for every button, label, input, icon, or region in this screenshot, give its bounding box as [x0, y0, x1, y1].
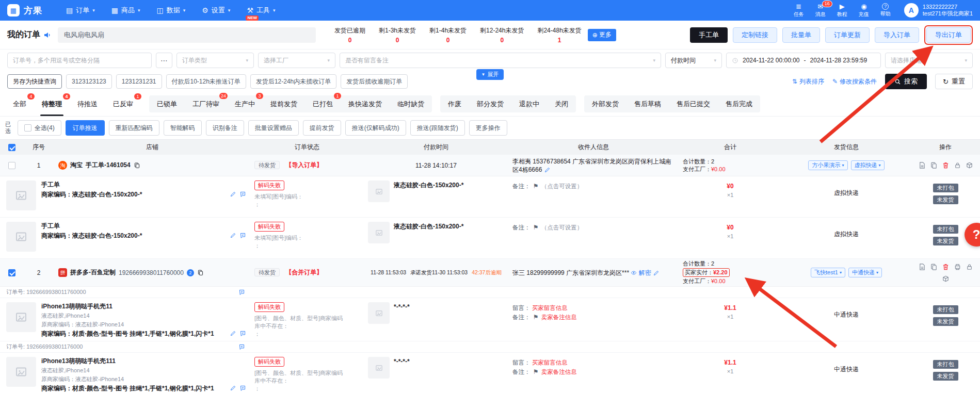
- select-all-checkbox[interactable]: [24, 124, 31, 132]
- date-range-input[interactable]: 2024-11-22 00:00:00 - 2024-11-28 23:59:5…: [726, 53, 881, 68]
- tab-partial-ship[interactable]: 部分发货: [469, 95, 511, 113]
- export-orders-button[interactable]: 导出订单: [926, 27, 971, 43]
- manual-order-button[interactable]: 手工单: [690, 27, 728, 43]
- note-line[interactable]: 备注： ⚑ 卖家备注信息: [512, 367, 674, 376]
- more-actions-button[interactable]: 更多操作: [469, 120, 507, 136]
- chat-icon[interactable]: [239, 330, 246, 337]
- row-checkbox[interactable]: [8, 269, 15, 276]
- stat-24-48h[interactable]: 剩24-48h未发货 1: [537, 26, 581, 44]
- product-image[interactable]: [6, 357, 36, 387]
- tab-to-push[interactable]: 待推送: [70, 92, 105, 116]
- chat-icon[interactable]: [239, 191, 246, 198]
- tab-packed[interactable]: 已打包 1: [305, 95, 341, 113]
- chat-icon[interactable]: [239, 232, 246, 239]
- batch-order-button[interactable]: 批量单: [782, 27, 820, 43]
- copy-order-icon[interactable]: [930, 263, 938, 271]
- select-all-button[interactable]: 全选(4): [18, 120, 61, 136]
- tab-to-organize[interactable]: 待整理 4: [34, 92, 70, 116]
- express-select[interactable]: 中通快递 ▾: [848, 268, 882, 277]
- lock-icon[interactable]: [966, 263, 973, 271]
- nav-menu-settings[interactable]: ⚙ 设置 ▾: [194, 0, 238, 21]
- stat-12-24h[interactable]: 剩12-24h未发货 0: [480, 26, 524, 44]
- order-no-input[interactable]: [7, 53, 152, 68]
- recognize-note-button[interactable]: 识别备注: [206, 120, 244, 136]
- nav-menu-tools[interactable]: ⚒ 工具 ▾ NEW: [238, 0, 283, 21]
- edit-pencil-icon[interactable]: [544, 167, 551, 173]
- delete-icon[interactable]: [942, 263, 950, 271]
- note-line[interactable]: 备注： ⚑ 卖家备注信息: [512, 313, 674, 322]
- note-filter-select[interactable]: 是否有留言备注 ▾: [340, 53, 661, 68]
- pay-time-select[interactable]: 付款时间 ▾: [665, 53, 722, 68]
- list-sort-link[interactable]: ⇅ 列表排序: [792, 77, 824, 86]
- product-image[interactable]: [6, 180, 36, 210]
- package-icon[interactable]: [942, 275, 950, 283]
- factory-select[interactable]: 选择工厂 ▾: [258, 53, 335, 68]
- tab-external-ship[interactable]: 外部发货: [584, 95, 626, 113]
- row-checkbox[interactable]: [8, 162, 15, 169]
- tab-locked[interactable]: 已锁单: [149, 95, 185, 113]
- edit-pencil-icon[interactable]: [230, 330, 236, 337]
- batch-gift-button[interactable]: 批量设置赠品: [248, 120, 299, 136]
- more-stats-button[interactable]: ⊕ 更多: [588, 29, 616, 41]
- print-icon[interactable]: [954, 263, 961, 271]
- push-decoded-button[interactable]: 推送(仅解码成功): [345, 120, 406, 136]
- help-button[interactable]: ? 帮助: [880, 3, 891, 18]
- order-type-select[interactable]: 订单类型 ▾: [176, 53, 254, 68]
- tab-aftersale-done[interactable]: 售后完成: [718, 95, 760, 113]
- tasks-button[interactable]: ≣ 任务: [794, 3, 804, 18]
- invoice-icon[interactable]: [918, 161, 926, 169]
- copy-order-icon[interactable]: [930, 161, 938, 169]
- sku-image[interactable]: [368, 222, 390, 243]
- express-select[interactable]: 虚拟快递 ▾: [851, 160, 885, 170]
- copy-icon[interactable]: [197, 269, 204, 276]
- early-ship-button[interactable]: 提前发货: [303, 120, 341, 136]
- header-select-all-checkbox[interactable]: [8, 144, 15, 151]
- announcement-input[interactable]: [58, 27, 316, 43]
- sku-image[interactable]: [368, 180, 390, 202]
- stat-1-3h[interactable]: 剩1-3h未发货 0: [379, 26, 416, 44]
- invoice-icon[interactable]: [918, 263, 926, 271]
- stat-overdue[interactable]: 发货已逾期 0: [334, 26, 365, 44]
- tab-voided[interactable]: 作废: [440, 95, 469, 113]
- tab-early-ship[interactable]: 提前发货: [263, 95, 305, 113]
- message-line[interactable]: 留言： 买家留言信息: [512, 303, 674, 313]
- stat-1-4h[interactable]: 剩1-4h未发货 0: [429, 26, 467, 44]
- tab-refunding[interactable]: 退款中: [511, 95, 547, 113]
- lock-icon[interactable]: [954, 161, 961, 169]
- sku-image[interactable]: [368, 302, 390, 324]
- tutorial-button[interactable]: ▶ 教程: [837, 3, 847, 18]
- chat-icon[interactable]: [238, 343, 245, 350]
- edit-pencil-icon[interactable]: [230, 232, 236, 239]
- edit-pencil-icon[interactable]: [230, 385, 236, 391]
- tab-change-express[interactable]: 换快递发货: [341, 95, 390, 113]
- product-image[interactable]: [6, 222, 36, 252]
- smart-decode-button[interactable]: 智能解码: [164, 120, 202, 136]
- recharge-button[interactable]: ◉ 充值: [859, 3, 869, 18]
- save-quick-query-button[interactable]: 另存为快捷查询: [7, 74, 62, 89]
- quick-filter-button[interactable]: 发货后12-24h内未揽收订单: [250, 74, 336, 89]
- edit-pencil-icon[interactable]: [653, 270, 660, 276]
- messages-button[interactable]: ✉ 消息 16: [815, 3, 826, 18]
- note-line[interactable]: 备注： ⚑ （点击可设置）: [512, 223, 674, 232]
- edit-pencil-icon[interactable]: [230, 191, 236, 198]
- app-logo[interactable]: ▦ 方果: [7, 4, 42, 17]
- order-update-button[interactable]: 订单更新: [825, 27, 870, 43]
- shop-select[interactable]: 请选择店铺 ▾: [885, 53, 973, 68]
- account-menu[interactable]: A 13322222227 test271华强北商家1: [904, 3, 973, 18]
- package-icon[interactable]: [966, 161, 973, 169]
- search-button[interactable]: 搜索: [885, 74, 927, 89]
- tab-closed[interactable]: 关闭: [547, 95, 576, 113]
- note-line[interactable]: 备注： ⚑ （点击可设置）: [512, 182, 674, 191]
- tab-all[interactable]: 全部 4: [5, 92, 34, 116]
- chat-icon[interactable]: [239, 385, 246, 391]
- tab-in-production[interactable]: 生产中 3: [227, 95, 263, 113]
- tab-temp-out-of-stock[interactable]: 临时缺货: [390, 95, 432, 113]
- quick-filter-button[interactable]: 3123123123: [66, 74, 112, 89]
- nav-menu-data[interactable]: ◫ 数据 ▾: [149, 0, 194, 21]
- tab-re-reviewed[interactable]: 已反审 1: [105, 92, 141, 116]
- modify-search-link[interactable]: ✎ 修改搜索条件: [832, 77, 877, 86]
- tab-factory-review[interactable]: 工厂待审 24: [185, 95, 227, 113]
- warehouse-select[interactable]: 方小果演示 ▾: [808, 160, 847, 170]
- nav-menu-orders[interactable]: ▤ 订单 ▾: [58, 0, 103, 21]
- decrypt-link[interactable]: 解密: [631, 269, 653, 276]
